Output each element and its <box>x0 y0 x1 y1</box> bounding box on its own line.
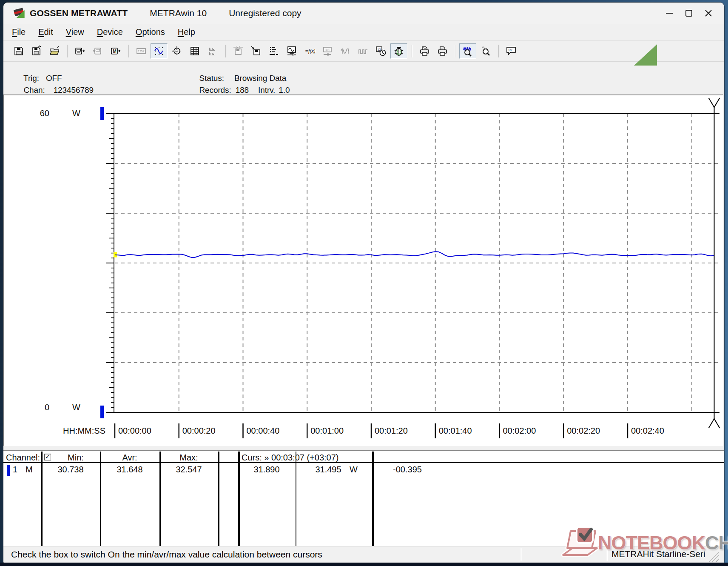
table-header-avr: Avr: <box>122 453 137 463</box>
measurement-table <box>3 450 724 546</box>
statistics-view-icon <box>207 46 218 57</box>
chan-label: Chan: <box>23 86 45 94</box>
menu-options[interactable]: Options <box>131 26 170 39</box>
zoom-in-icon <box>462 46 473 57</box>
read-memory-button[interactable]: M <box>107 43 124 59</box>
svg-text:12: 12 <box>378 48 381 51</box>
x-tick-label: 00:02:40 <box>631 426 664 436</box>
title-bar: GOSSEN METRAWATT METRAwin 10 Unregistere… <box>3 3 724 24</box>
channel-setup-button[interactable] <box>265 43 282 59</box>
table-column-line <box>100 452 101 546</box>
time-settings-icon: 12 <box>375 46 387 57</box>
minmax-checkbox[interactable]: ✓ <box>44 454 51 460</box>
row-max-value: 32.547 <box>176 465 202 475</box>
row-cursor-b-value: 31.495 <box>315 465 341 475</box>
table-view-button[interactable] <box>186 43 203 59</box>
cursor-view-button[interactable] <box>168 43 185 59</box>
zoom-in-button[interactable] <box>459 43 476 59</box>
read-device-icon <box>74 46 85 57</box>
row-avr-value: 31.648 <box>117 465 142 475</box>
menu-device[interactable]: Device <box>92 26 128 39</box>
row-channel-mode: M <box>26 465 33 475</box>
import-data-icon <box>250 46 262 57</box>
channel-color-marker <box>7 465 10 476</box>
save-button[interactable] <box>10 43 27 59</box>
intrv-value: 1.0 <box>279 86 290 94</box>
table-column-line <box>218 452 219 546</box>
open-button[interactable] <box>46 43 63 59</box>
svg-text:=f(x): =f(x) <box>305 48 315 54</box>
resize-grip[interactable] <box>709 552 719 562</box>
menu-view[interactable]: View <box>61 26 89 39</box>
numeric-display-button: 1257 <box>133 43 150 59</box>
title-license-note: Unregistered copy <box>229 8 301 18</box>
send-device-button <box>89 43 106 59</box>
row-cursor-a-value: 31.890 <box>253 465 279 475</box>
window-content: GOSSEN METRAWATT METRAwin 10 Unregistere… <box>3 3 724 563</box>
export-config-button <box>230 43 247 59</box>
close-button[interactable] <box>699 5 718 22</box>
annotation-icon: 1/2 <box>506 46 517 57</box>
table-column-line <box>159 452 161 546</box>
save-as-button[interactable] <box>28 43 45 59</box>
zoom-out-icon <box>480 46 491 57</box>
app-window: GOSSEN METRAWATT METRAwin 10 Unregistere… <box>3 3 724 563</box>
live-monitor-button[interactable] <box>283 43 300 59</box>
annotation-button[interactable]: 1/2 <box>503 43 520 59</box>
taskbar-edge <box>0 563 728 566</box>
save-icon <box>13 46 24 57</box>
minimize-icon <box>665 9 674 17</box>
formula-button[interactable]: =f(x) <box>301 43 318 59</box>
chart-view-icon <box>154 46 165 57</box>
row-cursor-diff-value: -00.395 <box>393 465 422 475</box>
x-tick-label: 00:01:00 <box>310 426 344 436</box>
x-tick-label: 00:01:40 <box>439 426 472 436</box>
zoom-out-button[interactable] <box>477 43 494 59</box>
read-device-button[interactable] <box>71 43 88 59</box>
save-as-icon <box>31 46 42 57</box>
analog-signal-icon <box>340 46 351 57</box>
meter-settings-button: 321 <box>319 43 336 59</box>
table-header-channel: Channel: <box>6 453 40 463</box>
print-button[interactable] <box>434 43 451 59</box>
menu-bar: FileEditViewDeviceOptionsHelp <box>3 24 724 40</box>
menu-edit[interactable]: Edit <box>33 26 58 39</box>
y-axis-min-label: 0 <box>32 403 49 412</box>
demo-mode-button[interactable] <box>390 43 407 59</box>
menu-help[interactable]: Help <box>173 26 200 39</box>
intrv-label: Intrv. <box>258 86 275 94</box>
row-min-value: 30.738 <box>57 465 83 475</box>
menu-file[interactable]: File <box>7 26 31 39</box>
svg-text:M: M <box>113 49 117 54</box>
cursor-view-icon <box>171 46 182 57</box>
svg-text:1257: 1257 <box>138 50 145 53</box>
table-header-max: Max: <box>179 453 198 463</box>
minimize-button[interactable] <box>660 5 679 22</box>
formula-icon: =f(x) <box>304 46 315 57</box>
row-cursor-unit: W <box>350 465 358 475</box>
status-hint-text: Check the box to switch On the min/avr/m… <box>11 549 322 560</box>
toolbar-separator <box>412 45 412 57</box>
table-view-icon <box>189 46 200 57</box>
app-logo-icon <box>13 7 26 20</box>
pulse-signal-icon <box>358 46 369 57</box>
channel-range-marker-bottom <box>100 406 104 418</box>
print-icon <box>437 46 448 57</box>
print-preview-button[interactable] <box>416 43 433 59</box>
x-tick-label: 00:00:40 <box>247 426 280 436</box>
numeric-display-icon: 1257 <box>136 46 147 57</box>
toolbar-separator <box>67 45 68 57</box>
open-icon <box>49 46 60 57</box>
read-memory-icon: M <box>110 46 121 57</box>
chart-canvas[interactable] <box>4 95 723 444</box>
window-controls <box>660 5 718 22</box>
title-app-name: METRAwin 10 <box>150 8 207 18</box>
statistics-view-button <box>204 43 221 59</box>
import-data-button[interactable] <box>247 43 264 59</box>
print-preview-icon <box>419 46 430 57</box>
maximize-button[interactable] <box>679 5 699 22</box>
time-settings-button[interactable]: 12 <box>373 43 390 59</box>
chart-view-button[interactable] <box>151 43 168 59</box>
records-label: Records: <box>199 86 231 94</box>
records-value: 188 <box>236 86 249 94</box>
